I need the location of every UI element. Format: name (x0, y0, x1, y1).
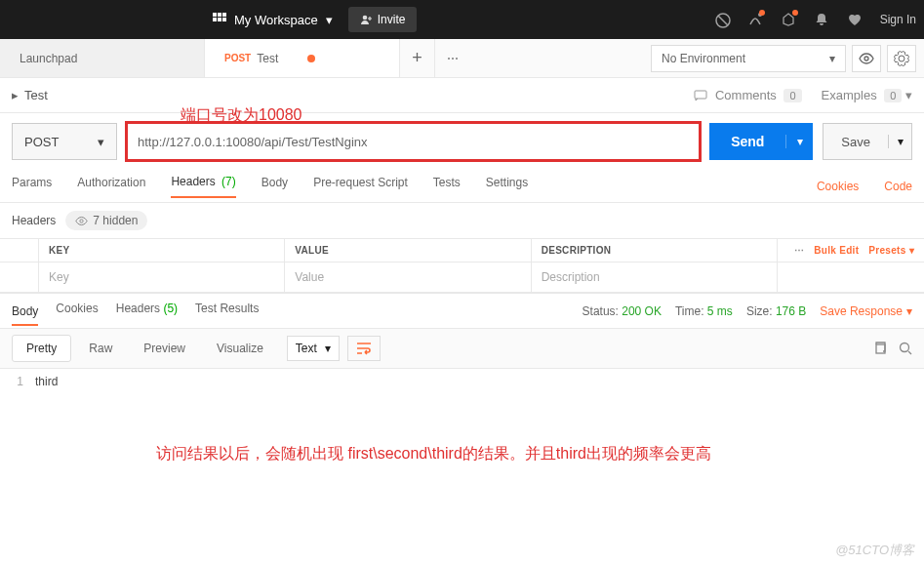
tab-tests[interactable]: Tests (433, 176, 461, 197)
method-value: POST (24, 135, 59, 149)
watermark: @51CTO博客 (835, 542, 914, 559)
svg-point-13 (901, 343, 909, 352)
svg-rect-1 (218, 13, 221, 17)
svg-point-9 (864, 57, 868, 61)
heart-icon[interactable] (847, 12, 863, 27)
bell-icon[interactable] (814, 12, 829, 27)
response-tabs: Body Cookies Headers (5) Test Results St… (0, 293, 924, 328)
code-line: 1 third (0, 375, 924, 388)
gear-icon (894, 51, 909, 66)
size-indicator: Size: 176 B (746, 304, 806, 318)
headers-section-header: Headers 7 hidden (0, 203, 924, 238)
view-pretty-button[interactable]: Pretty (12, 335, 71, 362)
view-visualize-button[interactable]: Visualize (203, 336, 277, 361)
environment-select[interactable]: No Environment ▾ (651, 45, 846, 72)
capture-icon[interactable] (747, 12, 763, 27)
response-view-toolbar: Pretty Raw Preview Visualize Text▾ (0, 328, 924, 369)
tab-settings[interactable]: Settings (486, 176, 528, 197)
value-cell[interactable]: Value (285, 262, 531, 292)
bulk-edit-link[interactable]: Bulk Edit (814, 245, 859, 256)
url-input[interactable] (127, 123, 700, 160)
request-subtabs: Params Authorization Headers (7) Body Pr… (0, 170, 924, 203)
save-dropdown-button[interactable]: ▾ (888, 135, 911, 148)
resp-tab-cookies[interactable]: Cookies (56, 302, 98, 321)
eye-icon (859, 51, 874, 66)
key-cell[interactable]: Key (39, 262, 285, 292)
examples-button[interactable]: Examples 0 ▾ (822, 88, 912, 102)
content-type-select[interactable]: Text▾ (287, 336, 340, 361)
resp-tab-body[interactable]: Body (12, 304, 38, 326)
svg-rect-3 (213, 18, 217, 21)
svg-rect-0 (213, 13, 217, 17)
tab-label: Test (257, 52, 278, 65)
cookies-link[interactable]: Cookies (817, 180, 859, 193)
new-tab-button[interactable]: + (400, 39, 435, 77)
svg-point-11 (80, 219, 83, 222)
tab-request-test[interactable]: POST Test (205, 39, 400, 77)
tab-authorization[interactable]: Authorization (77, 176, 145, 197)
svg-rect-10 (695, 91, 706, 99)
line-content: third (35, 375, 58, 388)
request-title-row: ▸ Test Comments 0 Examples 0 ▾ (0, 78, 924, 113)
chevron-down-icon: ▾ (325, 342, 331, 355)
invite-label: Invite (378, 13, 406, 26)
send-dropdown-button[interactable]: ▾ (785, 135, 813, 148)
tab-launchpad[interactable]: Launchpad (0, 39, 205, 77)
status-indicator: Status: 200 OK (583, 304, 662, 318)
eye-icon (75, 215, 88, 227)
toggle-hidden-headers[interactable]: 7 hidden (65, 211, 147, 230)
tab-body[interactable]: Body (261, 176, 288, 197)
svg-rect-4 (218, 18, 221, 21)
description-cell[interactable]: Description (532, 262, 778, 292)
save-button[interactable]: Save (824, 135, 888, 149)
table-header-row: KEY VALUE DESCRIPTION ⋯ Bulk Edit Preset… (0, 239, 924, 262)
tab-params[interactable]: Params (12, 176, 52, 197)
comment-icon (694, 90, 707, 101)
response-body-viewer: 1 third (0, 369, 924, 394)
send-button-group: Send ▾ (709, 123, 813, 160)
table-row[interactable]: Key Value Description (0, 262, 924, 293)
presets-dropdown[interactable]: Presets ▾ (868, 245, 914, 256)
comments-button[interactable]: Comments 0 (694, 88, 801, 102)
view-raw-button[interactable]: Raw (75, 336, 126, 361)
request-name: Test (24, 88, 48, 102)
resp-tab-headers[interactable]: Headers (5) (116, 302, 178, 321)
save-response-button[interactable]: Save Response ▾ (820, 304, 912, 318)
bootcamp-icon[interactable] (781, 12, 796, 27)
columns-more-button[interactable]: ⋯ (794, 245, 804, 256)
svg-rect-2 (222, 13, 226, 17)
send-button[interactable]: Send (709, 134, 785, 149)
time-indicator: Time: 5 ms (675, 304, 733, 318)
collapse-caret-icon[interactable]: ▸ (12, 88, 19, 102)
copy-response-button[interactable] (873, 342, 887, 355)
headers-table: KEY VALUE DESCRIPTION ⋯ Bulk Edit Preset… (0, 238, 924, 293)
request-builder-row: POST ▾ Send ▾ Save ▾ (0, 113, 924, 170)
view-preview-button[interactable]: Preview (130, 336, 199, 361)
chevron-down-icon: ▾ (326, 13, 333, 27)
tabs-row: Launchpad POST Test + ⋯ No Environment ▾ (0, 39, 924, 78)
save-button-group: Save ▾ (823, 123, 912, 160)
environment-label: No Environment (662, 52, 745, 65)
sign-in-link[interactable]: Sign In (880, 13, 916, 26)
app-topbar: My Workspace ▾ Invite Sign In (0, 0, 924, 39)
tab-overflow-button[interactable]: ⋯ (435, 39, 470, 77)
col-description: DESCRIPTION (532, 239, 778, 262)
invite-button[interactable]: Invite (348, 7, 418, 32)
tab-prerequest[interactable]: Pre-request Script (313, 176, 408, 197)
chevron-down-icon: ▾ (829, 52, 835, 65)
wrap-lines-button[interactable] (347, 336, 381, 361)
search-response-button[interactable] (899, 342, 912, 355)
http-method-select[interactable]: POST ▾ (12, 123, 117, 160)
tab-headers[interactable]: Headers (7) (171, 175, 235, 198)
dirty-indicator-icon (307, 55, 315, 62)
copy-icon (873, 342, 887, 355)
line-number: 1 (0, 375, 35, 388)
sync-off-icon[interactable] (714, 12, 730, 27)
environment-quicklook-button[interactable] (852, 45, 881, 72)
manage-environments-button[interactable] (887, 45, 916, 72)
resp-tab-testresults[interactable]: Test Results (195, 302, 259, 321)
annotation-bottom: 访问结果以后，会随机出现 first\second\third的结果。并且thi… (156, 444, 711, 464)
wrap-icon (356, 342, 372, 355)
workspace-switcher[interactable]: My Workspace ▾ (213, 13, 333, 27)
code-link[interactable]: Code (884, 180, 912, 193)
